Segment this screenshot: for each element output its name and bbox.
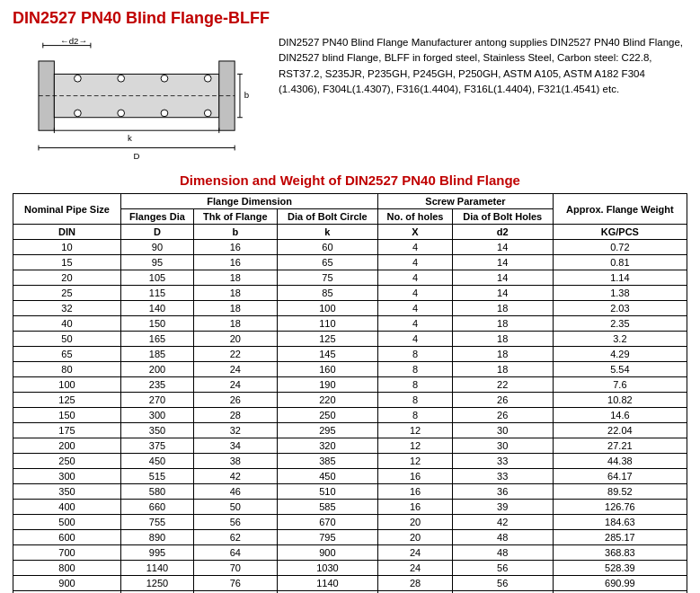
cell-b: 34	[194, 438, 278, 454]
cell-din: 900	[13, 576, 121, 591]
cell-din: 80	[13, 362, 121, 377]
cell-d2: 14	[452, 270, 553, 286]
cell-d2: 26	[452, 393, 553, 408]
cell-k: 1030	[277, 561, 378, 576]
cell-weight: 528.39	[553, 561, 687, 576]
table-row: 17535032295123022.04	[13, 423, 687, 438]
cell-din: 20	[13, 270, 121, 286]
cell-k: 450	[277, 469, 378, 484]
cell-X: 4	[378, 316, 452, 332]
cell-D: 115	[120, 286, 193, 301]
cell-weight: 126.76	[553, 500, 687, 515]
cell-X: 12	[378, 423, 452, 438]
table-row: 90012507611402856690.99	[13, 576, 687, 591]
cell-k: 145	[277, 347, 378, 362]
cell-din: 350	[13, 484, 121, 500]
cell-k: 60	[277, 240, 378, 255]
table-row: 159516654140.81	[13, 255, 687, 270]
cell-D: 200	[120, 362, 193, 377]
cell-k: 670	[277, 515, 378, 530]
flange-diagram: ←d2→ b k	[13, 35, 264, 161]
cell-k: 220	[277, 393, 378, 408]
sub-d2: d2	[452, 225, 553, 240]
cell-k: 510	[277, 484, 378, 500]
cell-weight: 27.21	[553, 438, 687, 454]
page-title: DIN2527 PN40 Blind Flange-BLFF	[13, 9, 687, 28]
svg-point-25	[118, 110, 125, 117]
cell-k: 1140	[277, 576, 378, 591]
cell-k: 385	[277, 454, 378, 469]
cell-X: 12	[378, 454, 452, 469]
cell-d2: 18	[452, 316, 553, 332]
cell-k: 295	[277, 423, 378, 438]
cell-k: 65	[277, 255, 378, 270]
cell-b: 56	[194, 515, 278, 530]
svg-point-24	[75, 110, 82, 117]
dimension-table: Nominal Pipe Size Flange Dimension Screw…	[13, 193, 687, 593]
svg-text:b: b	[244, 90, 249, 100]
cell-D: 995	[120, 545, 193, 561]
table-row: 100235241908227.6	[13, 377, 687, 393]
cell-din: 175	[13, 423, 121, 438]
sub-flanges-dia: Flanges Dia	[120, 209, 193, 225]
col-group-flange-dimension: Flange Dimension	[120, 194, 377, 209]
table-row: 109016604140.72	[13, 240, 687, 255]
diagram-area: ←d2→ b k	[13, 35, 264, 164]
cell-D: 375	[120, 438, 193, 454]
cell-X: 4	[378, 240, 452, 255]
cell-b: 20	[194, 332, 278, 347]
cell-b: 28	[194, 408, 278, 423]
cell-D: 580	[120, 484, 193, 500]
cell-D: 890	[120, 530, 193, 545]
cell-D: 350	[120, 423, 193, 438]
sub-dia-bolt-holes: Dia of Bolt Holes	[452, 209, 553, 225]
cell-k: 125	[277, 332, 378, 347]
cell-X: 16	[378, 484, 452, 500]
cell-D: 185	[120, 347, 193, 362]
cell-X: 16	[378, 500, 452, 515]
cell-D: 95	[120, 255, 193, 270]
description-area: DIN2527 PN40 Blind Flange Manufacturer a…	[279, 35, 687, 164]
cell-d2: 18	[452, 362, 553, 377]
cell-X: 12	[378, 438, 452, 454]
cell-X: 4	[378, 286, 452, 301]
table-row: 500755566702042184.63	[13, 515, 687, 530]
cell-k: 75	[277, 270, 378, 286]
cell-d2: 56	[452, 561, 553, 576]
cell-D: 1250	[120, 576, 193, 591]
cell-d2: 48	[452, 530, 553, 545]
svg-text:D: D	[134, 151, 140, 161]
col-nominal-pipe-size: Nominal Pipe Size	[13, 194, 121, 225]
cell-X: 4	[378, 270, 452, 286]
cell-din: 65	[13, 347, 121, 362]
cell-D: 450	[120, 454, 193, 469]
cell-din: 125	[13, 393, 121, 408]
table-row: 80200241608185.54	[13, 362, 687, 377]
svg-text:←d2→: ←d2→	[60, 36, 87, 46]
cell-k: 795	[277, 530, 378, 545]
cell-b: 22	[194, 347, 278, 362]
cell-D: 165	[120, 332, 193, 347]
sub-X: X	[378, 225, 452, 240]
table-row: 80011407010302456528.39	[13, 561, 687, 576]
cell-din: 200	[13, 438, 121, 454]
table-row: 400660505851639126.76	[13, 500, 687, 515]
cell-b: 18	[194, 286, 278, 301]
cell-weight: 1.38	[553, 286, 687, 301]
col-approx-weight: Approx. Flange Weight	[553, 194, 687, 225]
svg-point-22	[161, 75, 168, 82]
cell-b: 70	[194, 561, 278, 576]
cell-X: 8	[378, 347, 452, 362]
sub-din: DIN	[13, 225, 121, 240]
cell-din: 250	[13, 454, 121, 469]
cell-X: 20	[378, 515, 452, 530]
cell-X: 24	[378, 545, 452, 561]
cell-din: 10	[13, 240, 121, 255]
svg-point-27	[204, 110, 211, 117]
cell-k: 100	[277, 301, 378, 316]
cell-din: 150	[13, 408, 121, 423]
svg-point-20	[75, 75, 82, 82]
cell-k: 190	[277, 377, 378, 393]
table-row: 2010518754141.14	[13, 270, 687, 286]
cell-D: 150	[120, 316, 193, 332]
